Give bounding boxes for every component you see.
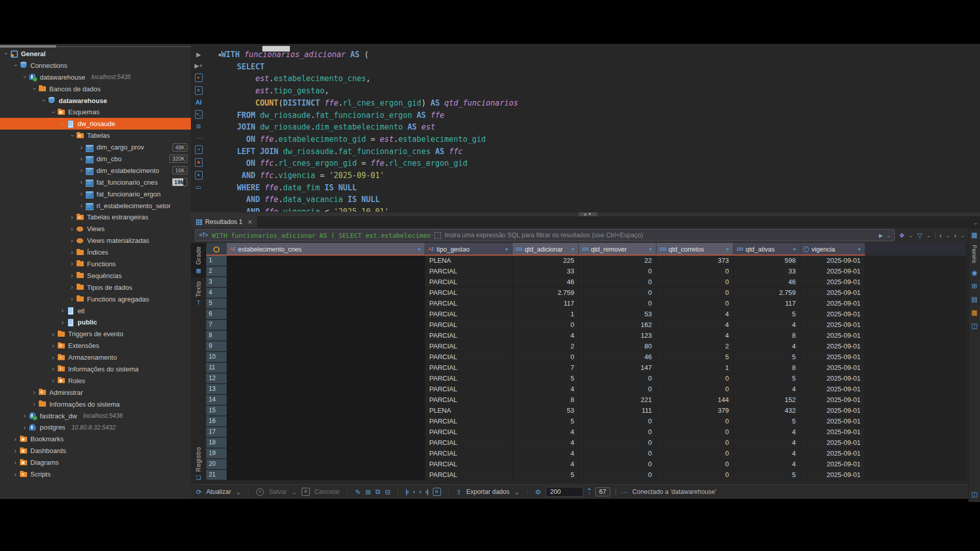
row-number[interactable]: 8 bbox=[206, 331, 227, 341]
cell-estabelecimento_cnes[interactable] bbox=[227, 331, 425, 341]
cell-estabelecimento_cnes[interactable] bbox=[227, 288, 425, 298]
cell-qtd_corretos[interactable]: 0 bbox=[656, 373, 733, 384]
chevron-open-icon[interactable]: › bbox=[31, 85, 38, 93]
table-row[interactable]: 10PARCIAL046552025-09-01 bbox=[206, 352, 966, 363]
row-number[interactable]: 17 bbox=[206, 427, 227, 437]
tree-item-datawarehouse[interactable]: ›datawarehouselocalhost:5435 bbox=[0, 71, 191, 83]
chevron-closed-icon[interactable]: › bbox=[31, 389, 38, 396]
prev-page-icon[interactable]: ‹ bbox=[413, 488, 414, 495]
clear-filter-icon[interactable]: ❖ bbox=[899, 232, 905, 239]
cell-qtd_ativas[interactable]: 2.759 bbox=[733, 288, 800, 298]
cell-qtd_remover[interactable]: 53 bbox=[579, 309, 656, 319]
cell-tipo_gestao[interactable]: PARCIAL bbox=[425, 416, 512, 427]
cell-vigencia[interactable]: 2025-09-01 bbox=[800, 363, 865, 373]
cell-tipo_gestao[interactable]: PARCIAL bbox=[425, 288, 512, 298]
sql-code[interactable]: ●WITH funcionarios_adicionar AS ( SELECT… bbox=[206, 44, 980, 212]
cell-estabelecimento_cnes[interactable] bbox=[227, 309, 425, 319]
row-number[interactable]: 20 bbox=[206, 459, 227, 469]
tree-item-dw-riosaude[interactable]: ›dw_riosaude bbox=[0, 118, 191, 130]
cell-tipo_gestao[interactable]: PARCIAL bbox=[425, 331, 512, 341]
table-row[interactable]: 19PARCIAL40042025-09-01 bbox=[206, 448, 966, 459]
cell-qtd_adicionar[interactable]: 4 bbox=[512, 459, 579, 469]
chevron-closed-icon[interactable]: › bbox=[68, 272, 76, 279]
chevron-closed-icon[interactable]: › bbox=[50, 342, 57, 349]
cell-tipo_gestao[interactable]: PARCIAL bbox=[425, 363, 512, 373]
cell-qtd_ativas[interactable]: 33 bbox=[733, 266, 800, 277]
tree-item-functions-agregadas[interactable]: ›Functions agregadas bbox=[0, 293, 191, 305]
row-number[interactable]: 3 bbox=[206, 277, 227, 287]
cell-qtd_remover[interactable]: 0 bbox=[579, 277, 656, 287]
column-header-qtd_remover[interactable]: 123qtd_remover▼ bbox=[579, 243, 656, 256]
chevron-closed-icon[interactable]: › bbox=[68, 284, 76, 291]
cell-qtd_corretos[interactable]: 0 bbox=[656, 298, 733, 309]
chevron-down-icon[interactable]: ⌄ bbox=[236, 488, 241, 496]
grid-panel-icon[interactable]: ◫ bbox=[971, 491, 977, 498]
code-line[interactable]: ON ffe.estabelecimento_gid = est.estabel… bbox=[218, 134, 980, 146]
cell-qtd_adicionar[interactable]: 46 bbox=[512, 277, 579, 287]
cell-qtd_remover[interactable]: 0 bbox=[579, 470, 656, 480]
column-menu-icon[interactable]: ▼ bbox=[571, 247, 575, 252]
cell-qtd_corretos[interactable]: 0 bbox=[656, 288, 733, 298]
cell-qtd_ativas[interactable]: 4 bbox=[733, 384, 800, 394]
code-line[interactable]: JOIN dw_riosaude.dim_estabelecimento AS … bbox=[218, 121, 980, 134]
cell-qtd_adicionar[interactable]: 0 bbox=[512, 320, 579, 330]
code-line[interactable]: ●WITH funcionarios_adicionar AS ( bbox=[218, 49, 980, 61]
column-menu-icon[interactable]: ▼ bbox=[857, 247, 862, 252]
cell-estabelecimento_cnes[interactable] bbox=[227, 266, 425, 277]
cell-qtd_ativas[interactable]: 4 bbox=[733, 448, 800, 459]
execute-new-tab-icon[interactable]: ▶+ bbox=[194, 62, 203, 69]
cell-vigencia[interactable]: 2025-09-01 bbox=[800, 288, 865, 298]
cell-qtd_adicionar[interactable]: 4 bbox=[512, 448, 579, 459]
grid-settings-icon[interactable]: ⚙ bbox=[535, 488, 541, 496]
cell-qtd_corretos[interactable]: 0 bbox=[656, 384, 733, 394]
cell-vigencia[interactable]: 2025-09-01 bbox=[800, 256, 865, 266]
cell-qtd_ativas[interactable]: 4 bbox=[733, 341, 800, 352]
cell-qtd_ativas[interactable]: 5 bbox=[733, 309, 800, 319]
cell-qtd_remover[interactable]: 22 bbox=[579, 256, 656, 266]
cell-tipo_gestao[interactable]: PARCIAL bbox=[425, 341, 512, 352]
cell-tipo_gestao[interactable]: PARCIAL bbox=[425, 309, 512, 319]
cell-qtd_corretos[interactable]: 0 bbox=[656, 470, 733, 480]
cell-qtd_corretos[interactable]: 0 bbox=[656, 277, 733, 287]
history-forward-icon[interactable]: › bbox=[954, 232, 956, 239]
expand-filter-icon[interactable] bbox=[434, 232, 441, 239]
tree-item-fat-funcionario-ergon[interactable]: ›fat_funcionario_ergon bbox=[0, 188, 191, 200]
table-row[interactable]: 3PARCIAL4600462025-09-01 bbox=[206, 277, 966, 288]
cell-estabelecimento_cnes[interactable] bbox=[227, 406, 425, 416]
tree-item--ndices[interactable]: ›Índices bbox=[0, 246, 191, 258]
chevron-open-icon[interactable]: › bbox=[50, 108, 57, 116]
cell-qtd_adicionar[interactable]: 4 bbox=[512, 331, 579, 341]
save-button[interactable]: Salvar bbox=[268, 488, 286, 495]
cell-estabelecimento_cnes[interactable] bbox=[227, 341, 425, 352]
column-menu-icon[interactable]: ▼ bbox=[648, 247, 653, 252]
cell-vigencia[interactable]: 2025-09-01 bbox=[800, 406, 865, 416]
row-number[interactable]: 13 bbox=[206, 384, 227, 394]
last-page-icon[interactable]: ›| bbox=[425, 488, 428, 495]
cell-estabelecimento_cnes[interactable] bbox=[227, 363, 425, 373]
cell-qtd_remover[interactable]: 0 bbox=[579, 427, 656, 437]
tree-item-roles[interactable]: ›●Roles bbox=[0, 375, 191, 387]
chevron-open-icon[interactable]: › bbox=[59, 120, 66, 128]
chevron-down-icon[interactable]: ⌄ bbox=[961, 233, 965, 238]
metadata-panel-icon[interactable]: ▤ bbox=[971, 296, 977, 303]
execute-icon[interactable]: ▶ bbox=[196, 51, 201, 58]
cell-tipo_gestao[interactable]: PARCIAL bbox=[425, 373, 512, 384]
chevron-closed-icon[interactable]: › bbox=[50, 354, 57, 361]
more-actions-icon[interactable]: ··· bbox=[621, 488, 628, 496]
chevron-closed-icon[interactable]: › bbox=[68, 214, 76, 221]
row-number[interactable]: 4 bbox=[206, 288, 227, 298]
cell-vigencia[interactable]: 2025-09-01 bbox=[800, 470, 865, 480]
cell-vigencia[interactable]: 2025-09-01 bbox=[800, 373, 865, 384]
cell-qtd_adicionar[interactable]: 7 bbox=[512, 363, 579, 373]
cell-qtd_corretos[interactable]: 0 bbox=[656, 427, 733, 437]
cell-tipo_gestao[interactable]: PARCIAL bbox=[425, 395, 512, 405]
apply-filter-icon[interactable]: ▶ bbox=[879, 233, 883, 238]
tree-item-bookmarks[interactable]: ›●Bookmarks bbox=[0, 433, 191, 445]
chevron-closed-icon[interactable]: › bbox=[78, 179, 85, 186]
tree-item-bancos-de-dados[interactable]: ›Bancos de dados bbox=[0, 83, 191, 95]
cell-estabelecimento_cnes[interactable] bbox=[227, 256, 425, 266]
row-number[interactable]: 21 bbox=[206, 470, 227, 480]
table-row[interactable]: 1PLENA225223735982025-09-01 bbox=[206, 256, 966, 266]
column-header-qtd_adicionar[interactable]: 123qtd_adicionar▼ bbox=[512, 243, 579, 256]
cell-tipo_gestao[interactable]: PARCIAL bbox=[425, 298, 512, 309]
